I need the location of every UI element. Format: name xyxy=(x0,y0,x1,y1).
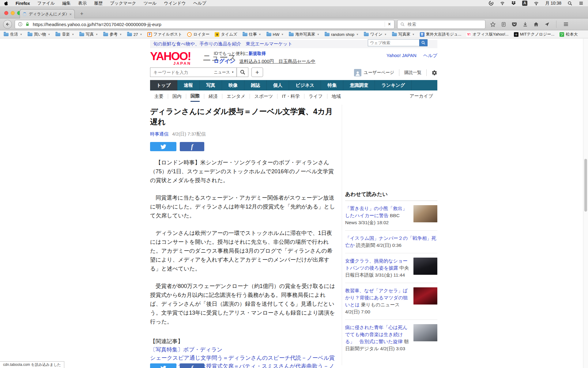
bookmark-folder[interactable]: random shop▼ xyxy=(325,32,359,37)
wifi-icon[interactable] xyxy=(533,1,539,6)
tab-personal[interactable]: 個人 xyxy=(267,80,289,90)
subnav-main[interactable]: 主要 xyxy=(154,91,164,101)
facebook-share-button[interactable]: f xyxy=(180,142,204,151)
sidebar-article[interactable]: 「置き去り」の小熊「救出」したハイカーに警告 BBC News 3/31(金) … xyxy=(345,201,437,231)
spotlight-icon[interactable] xyxy=(567,1,572,6)
tab-business[interactable]: ビジネス xyxy=(289,80,321,90)
tab-feature[interactable]: 特集 xyxy=(321,80,343,90)
subnav-world[interactable]: 国際 xyxy=(190,91,200,102)
new-tab-button[interactable]: + xyxy=(77,10,86,18)
bookmark-folder[interactable]: 27▼ xyxy=(127,32,142,37)
subnav-sports[interactable]: スポーツ xyxy=(254,91,273,101)
pocket-icon[interactable] xyxy=(511,21,517,27)
window-close-button[interactable] xyxy=(4,11,8,15)
article-thumbnail[interactable] xyxy=(413,287,437,305)
tab-ranking[interactable]: ランキング xyxy=(375,80,412,90)
back-button[interactable] xyxy=(3,20,12,29)
creative-cloud-icon[interactable] xyxy=(488,1,494,6)
bookmark-folder[interactable]: 生活▼ xyxy=(4,32,22,37)
bookmark-folder[interactable]: 写真▼ xyxy=(79,32,98,37)
article-source-link[interactable]: 時事通信 xyxy=(150,131,168,136)
tab-top[interactable]: トップ xyxy=(150,80,177,90)
related-link[interactable]: 〔写真特集〕ボブ・ディラン xyxy=(150,346,336,354)
related-link[interactable]: シェークスピア通じ文学問う＝ディランさんのスピーチ代読－ノーベル賞 xyxy=(150,354,336,362)
bookmark-item[interactable]: ◔ロイター xyxy=(187,32,209,37)
facebook-share-button[interactable]: f xyxy=(180,363,204,368)
news-search-button[interactable] xyxy=(237,67,248,77)
menu-window[interactable]: ウインドウ xyxy=(164,1,186,6)
sidebar-article-title[interactable]: 病に侵された青年「心は死んでても俺の音楽は生き続ける」 告別式に響いた旋律 xyxy=(345,325,408,344)
menu-file[interactable]: ファイル xyxy=(37,1,55,6)
bookmark-folder[interactable]: 参考▼ xyxy=(103,32,122,37)
subnav-entertainment[interactable]: エンタメ xyxy=(227,91,245,101)
bookmark-item[interactable]: ツ松本大 xyxy=(560,32,578,37)
tab-title[interactable]: ディランさんにメダル授与... xyxy=(29,11,67,17)
promo-link[interactable]: 旬の新鮮な食べ物や、手作りの逸品を紹介 東北エールマーケット xyxy=(153,41,292,47)
search-scope-dropdown[interactable]: ニュース▼ xyxy=(214,70,234,75)
twitter-share-button[interactable] xyxy=(150,142,176,151)
help-link[interactable]: ヘルプ xyxy=(423,53,437,58)
sidebar-article[interactable]: 病に侵された青年「心は死んでても俺の音楽は生き続ける」 告別式に響いた旋律 朝日… xyxy=(345,320,437,356)
browser-search-input[interactable] xyxy=(407,21,482,27)
login-link[interactable]: ログイン xyxy=(214,58,235,64)
article-thumbnail[interactable] xyxy=(413,324,437,341)
site-info-icon[interactable] xyxy=(18,22,23,27)
bookmark-folder[interactable]: HW▼ xyxy=(266,32,284,37)
bookmark-item[interactable]: ♛タイムズ xyxy=(215,32,237,37)
subnav-region[interactable]: 地域 xyxy=(332,91,341,101)
user-page-link[interactable]: ユーザーページ xyxy=(364,70,394,75)
menu-firefox[interactable]: Firefox xyxy=(16,1,30,6)
twitter-share-button[interactable] xyxy=(150,363,176,368)
tab-photo[interactable]: 写真 xyxy=(200,80,222,90)
browser-search-field[interactable] xyxy=(397,20,485,29)
stop-icon[interactable]: × xyxy=(385,21,391,27)
menu-help[interactable]: ヘルプ xyxy=(193,1,206,6)
bookmark-folder[interactable]: 音楽▼ xyxy=(55,32,74,37)
bookmark-item[interactable]: Fファイルポスト xyxy=(147,32,182,37)
signup-link[interactable]: 新規取得 xyxy=(249,51,266,56)
input-method-icon[interactable]: A xyxy=(522,1,527,6)
yahoo-japan-logo[interactable]: YAHOO! JAPAN xyxy=(150,51,191,62)
subnav-life[interactable]: ライフ xyxy=(309,91,323,101)
share-icon[interactable] xyxy=(544,21,550,27)
web-search-button[interactable] xyxy=(419,39,428,46)
bookmark-folder[interactable]: 仕事▼ xyxy=(243,32,261,37)
downloads-icon[interactable] xyxy=(522,21,528,27)
window-minimize-button[interactable] xyxy=(11,11,15,15)
yahoo-top-link[interactable]: Yahoo! JAPAN xyxy=(386,53,417,58)
dropbox-icon[interactable] xyxy=(511,1,516,6)
bookmark-star-icon[interactable] xyxy=(490,21,496,27)
url-bar[interactable]: × xyxy=(15,20,394,29)
sidebar-article[interactable]: 教習車、なぜ「アクセラ」ばかり？背後にあるマツダの狙いとは 乗りものニュース 4… xyxy=(345,283,437,320)
menu-view[interactable]: 表示 xyxy=(78,1,87,6)
bookmark-folder[interactable]: 写真家▼ xyxy=(392,32,415,37)
wifi-icon[interactable] xyxy=(500,1,505,6)
bookmark-folder[interactable]: 海外写真家▼ xyxy=(289,32,319,37)
bookmark-folder[interactable]: ワイン▼ xyxy=(364,32,387,37)
tab-close-icon[interactable]: × xyxy=(69,12,72,16)
apple-icon[interactable] xyxy=(4,1,8,6)
tab-video[interactable]: 映像 xyxy=(222,80,244,90)
menubar-clock[interactable]: 月 10:38 xyxy=(545,1,561,6)
article-thumbnail[interactable] xyxy=(413,205,437,222)
tab-flash[interactable]: 速報 xyxy=(177,80,200,90)
scrollbar-thumb[interactable] xyxy=(584,159,587,212)
archive-link[interactable]: アーカイブ xyxy=(410,93,433,99)
sale-ad-link[interactable]: 送料込み1,000円 目玉商品セール中 xyxy=(239,59,316,64)
article-thumbnail[interactable] xyxy=(413,258,437,275)
menu-icon[interactable] xyxy=(563,21,569,27)
tab-poll[interactable]: 意識調査 xyxy=(343,80,375,90)
keyword-search-box[interactable]: ニュース▼ xyxy=(150,67,237,77)
lock-icon[interactable] xyxy=(25,22,30,27)
keyword-input[interactable] xyxy=(153,70,214,75)
sidebar-article[interactable]: 「イスラム国」ナンバー２の「戦争相」死亡か 読売新聞 4/2(日) 0:36 xyxy=(345,231,437,253)
menu-edit[interactable]: 編集 xyxy=(62,1,71,6)
add-search-tab-button[interactable]: + xyxy=(251,67,263,77)
tab-magazine[interactable]: 雑誌 xyxy=(244,80,267,90)
notification-center-icon[interactable] xyxy=(579,1,584,6)
bookmark-item[interactable]: 言東外大言語モジュ... xyxy=(420,32,462,37)
subnav-domestic[interactable]: 国内 xyxy=(172,91,182,101)
bookmark-item[interactable]: Y!オフィス版Yahoo!... xyxy=(466,32,508,37)
sidebar-article[interactable]: 女優クララ、挑発的なショートパンツの後ろ姿を披露 中央日報日本語版 3/31(金… xyxy=(345,253,437,283)
web-search-input[interactable] xyxy=(368,39,419,46)
